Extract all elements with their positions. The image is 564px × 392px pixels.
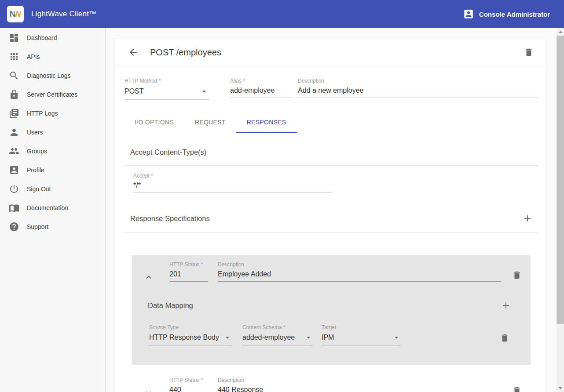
scrollbar-thumb[interactable] <box>557 36 564 324</box>
sidebar-item-support[interactable]: Support <box>0 217 105 236</box>
sidebar-item-server-certificates[interactable]: Server Certificates <box>0 85 105 104</box>
search-icon <box>9 70 19 81</box>
accept-input[interactable]: Accept * */* <box>133 173 332 193</box>
user-menu[interactable]: Console Administrator <box>463 8 550 20</box>
library-icon <box>9 108 19 119</box>
sidebar-item-dashboard[interactable]: Dashboard <box>0 28 105 47</box>
endpoint-card: POST /employees HTTP Method * POST Alias… <box>115 39 546 392</box>
data-mapping-row: Source Type HTTP Response Body Content S… <box>132 319 531 345</box>
http-method-label: HTTP Method * <box>125 78 209 84</box>
endpoint-tabs: I/O OPTIONS REQUEST RESPONSES <box>115 112 546 133</box>
plus-icon <box>501 300 511 311</box>
logo-letter-w: W <box>13 9 21 19</box>
endpoint-header: POST /employees <box>115 39 546 66</box>
delete-response-button[interactable] <box>512 386 522 392</box>
main-content: POST /employees HTTP Method * POST Alias… <box>106 28 557 392</box>
trash-icon <box>500 333 509 343</box>
content-schema-label: Content Schema * <box>242 324 313 330</box>
section-divider <box>124 165 538 166</box>
sidebar-item-groups[interactable]: Groups <box>0 142 105 160</box>
sidebar-item-label: Dashboard <box>27 34 57 41</box>
response-description-value: Employee Added <box>218 270 271 278</box>
dropdown-arrow-icon <box>392 333 401 342</box>
sidebar-item-label: Server Certificates <box>27 91 77 98</box>
response-description-label: Description <box>218 377 501 383</box>
http-method-select[interactable]: HTTP Method * POST <box>125 78 209 100</box>
delete-response-button[interactable] <box>512 270 522 280</box>
back-button[interactable] <box>128 47 139 58</box>
dropdown-arrow-icon <box>304 333 313 342</box>
response-spec-card-201: HTTP Status * 201 Description Employee A… <box>132 255 531 365</box>
description-input[interactable]: Description Add a new employee <box>298 78 538 100</box>
book-icon <box>9 203 19 213</box>
target-select[interactable]: Target IPM <box>322 324 401 345</box>
sidebar-item-label: APIs <box>27 53 40 60</box>
add-response-button[interactable] <box>522 213 533 224</box>
topbar: NW LightWave Client™ Console Administrat… <box>0 0 564 28</box>
response-row: HTTP Status * 201 Description Employee A… <box>132 255 531 283</box>
response-spec-card-440: HTTP Status * 440 Description 440 Respon… <box>132 371 531 392</box>
sidebar: Dashboard APIs Diagnostic Logs Server Ce… <box>0 28 106 392</box>
plus-icon <box>522 213 533 224</box>
data-mapping-heading: Data Mapping <box>148 301 193 310</box>
sidebar-item-diagnostic-logs[interactable]: Diagnostic Logs <box>0 66 105 85</box>
chevron-down-icon <box>143 388 154 392</box>
power-icon <box>9 184 19 194</box>
response-specs-header: Response Specifications <box>115 213 546 224</box>
alias-label: Alias * <box>230 78 292 84</box>
http-status-input[interactable]: HTTP Status * 440 <box>169 377 208 392</box>
sidebar-item-label: HTTP Logs <box>27 110 58 117</box>
source-type-select[interactable]: Source Type HTTP Response Body <box>149 324 232 345</box>
account-box-icon <box>9 165 19 175</box>
description-value: Add a new employee <box>298 87 363 94</box>
trash-icon <box>512 270 522 280</box>
tab-request[interactable]: REQUEST <box>184 112 236 133</box>
http-status-value: 201 <box>169 270 181 278</box>
expand-response-button[interactable] <box>143 388 154 392</box>
accept-section-heading: Accept Content-Type(s) <box>130 148 546 156</box>
tab-io-options[interactable]: I/O OPTIONS <box>124 112 184 133</box>
sidebar-item-label: Groups <box>27 148 47 155</box>
alias-input[interactable]: Alias * add-employee <box>230 78 292 100</box>
dropdown-arrow-icon <box>223 333 232 342</box>
trash-icon <box>524 47 534 57</box>
response-description-input[interactable]: Description Employee Added <box>218 261 501 282</box>
trash-icon <box>512 386 522 392</box>
sidebar-item-users[interactable]: Users <box>0 123 105 142</box>
response-description-label: Description <box>218 261 501 268</box>
data-mapping-header: Data Mapping <box>132 283 531 311</box>
response-description-value: 440 Response <box>218 386 263 392</box>
dashboard-icon <box>9 33 19 43</box>
sidebar-item-label: Profile <box>27 167 44 174</box>
dropdown-arrow-icon <box>199 87 209 96</box>
response-specs-heading: Response Specifications <box>130 214 210 223</box>
response-row: HTTP Status * 440 Description 440 Respon… <box>132 371 531 392</box>
sidebar-item-label: Users <box>27 129 43 136</box>
app-title: LightWave Client™ <box>31 10 96 18</box>
http-status-input[interactable]: HTTP Status * 201 <box>169 261 208 282</box>
http-status-label: HTTP Status * <box>169 261 208 268</box>
accept-value: */* <box>133 181 141 189</box>
arrow-back-icon <box>128 47 139 58</box>
add-data-mapping-button[interactable] <box>501 300 511 311</box>
sidebar-item-sign-out[interactable]: Sign Out <box>0 179 105 198</box>
scroll-down-button[interactable] <box>557 385 564 392</box>
accept-label: Accept * <box>133 173 332 179</box>
sidebar-item-documentation[interactable]: Documentation <box>0 198 105 217</box>
account-box-icon <box>463 8 474 20</box>
scroll-up-button[interactable] <box>557 28 564 36</box>
response-description-input[interactable]: Description 440 Response <box>218 377 501 392</box>
sidebar-item-http-logs[interactable]: HTTP Logs <box>0 104 105 123</box>
target-label: Target <box>322 324 401 330</box>
sidebar-item-profile[interactable]: Profile <box>0 160 105 179</box>
sidebar-item-apis[interactable]: APIs <box>0 47 105 66</box>
vertical-scrollbar[interactable] <box>557 28 564 392</box>
sidebar-item-label: Diagnostic Logs <box>27 72 71 79</box>
chevron-up-icon <box>143 272 154 283</box>
delete-endpoint-button[interactable] <box>524 47 534 57</box>
content-schema-select[interactable]: Content Schema * added-employee <box>242 324 313 345</box>
section-divider <box>124 232 538 233</box>
tab-responses[interactable]: RESPONSES <box>236 112 297 133</box>
delete-data-mapping-button[interactable] <box>500 333 509 343</box>
collapse-response-button[interactable] <box>143 272 154 283</box>
